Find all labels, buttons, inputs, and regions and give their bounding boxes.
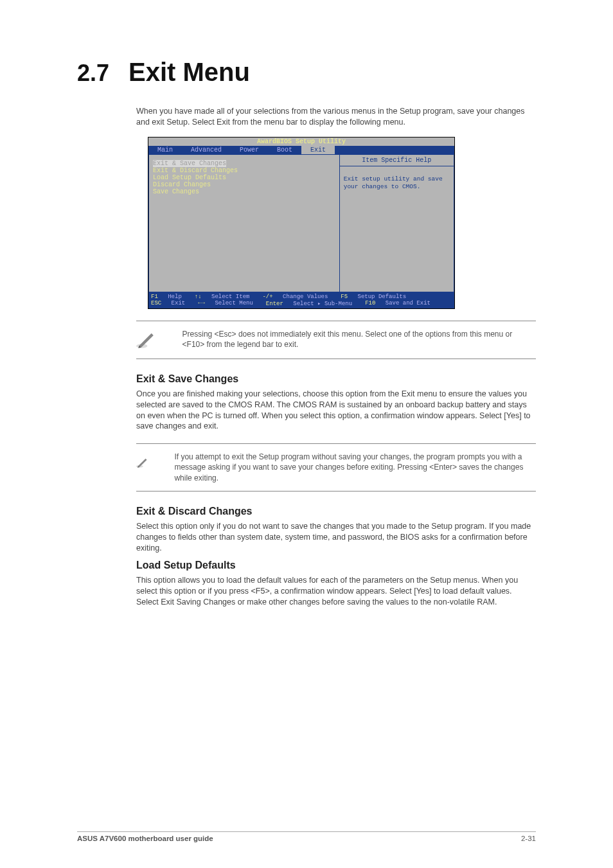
legend-select-item: Select Item bbox=[211, 294, 249, 300]
note-callout-1: Pressing <Esc> does not immediately exit… bbox=[136, 321, 536, 359]
bios-screenshot: AwardBIOS Setup Utility Main Advanced Po… bbox=[148, 137, 455, 309]
menu-save-changes[interactable]: Save Changes bbox=[153, 188, 335, 195]
note-text-1: Pressing <Esc> does not immediately exit… bbox=[182, 329, 536, 350]
menu-load-setup-defaults[interactable]: Load Setup Defaults bbox=[153, 174, 335, 181]
legend-change-values: Change Values bbox=[283, 294, 328, 300]
intro-paragraph: When you have made all of your selection… bbox=[136, 106, 536, 128]
legend-setup-defaults: Setup Defaults bbox=[358, 294, 407, 300]
key-plusminus: -/+ bbox=[262, 294, 272, 300]
legend-select-menu: Select Menu bbox=[215, 300, 253, 306]
subheading-exit-discard: Exit & Discard Changes bbox=[136, 506, 536, 517]
legend-save-and-exit: Save and Exit bbox=[386, 300, 431, 306]
bios-footer-legend: F1 Help ↑↓ Select Item -/+ Change Values… bbox=[148, 292, 454, 308]
note-text-2: If you attempt to exit the Setup program… bbox=[174, 452, 536, 483]
note-pen-icon bbox=[136, 452, 148, 474]
section-title: Exit Menu bbox=[129, 58, 250, 87]
footer-page-number: 2-31 bbox=[521, 835, 536, 842]
bios-window-title: AwardBIOS Setup Utility bbox=[148, 137, 454, 146]
section-number: 2.7 bbox=[77, 60, 109, 87]
tab-power[interactable]: Power bbox=[231, 146, 268, 154]
key-updown: ↑↓ bbox=[195, 294, 202, 300]
body-exit-discard: Select this option only if you do not wa… bbox=[136, 521, 536, 554]
legend-select-submenu: Select ▸ Sub-Menu bbox=[293, 301, 352, 307]
legend-help: Help bbox=[168, 294, 182, 300]
bios-help-title: Item Specific Help bbox=[340, 155, 454, 166]
menu-exit-discard-changes[interactable]: Exit & Discard Changes bbox=[153, 167, 335, 174]
note-pen-icon bbox=[136, 329, 157, 351]
key-f1: F1 bbox=[151, 294, 158, 300]
tab-advanced[interactable]: Advanced bbox=[182, 146, 231, 154]
body-exit-save: Once you are finished making your select… bbox=[136, 389, 536, 432]
menu-discard-changes[interactable]: Discard Changes bbox=[153, 181, 335, 188]
subheading-exit-save: Exit & Save Changes bbox=[136, 373, 536, 385]
subheading-load-defaults: Load Setup Defaults bbox=[136, 560, 536, 571]
bios-tab-bar: Main Advanced Power Boot Exit bbox=[148, 146, 454, 154]
footer-doc-title: ASUS A7V600 motherboard user guide bbox=[77, 835, 213, 842]
page-footer: ASUS A7V600 motherboard user guide 2-31 bbox=[77, 831, 536, 842]
bios-menu-panel: Exit & Save Changes Exit & Discard Chang… bbox=[148, 154, 339, 292]
bios-help-body: Exit setup utility and save your changes… bbox=[340, 166, 454, 200]
body-load-defaults: This option allows you to load the defau… bbox=[136, 575, 536, 608]
key-f5: F5 bbox=[341, 294, 348, 300]
note-callout-2: If you attempt to exit the Setup program… bbox=[136, 443, 536, 492]
tab-main[interactable]: Main bbox=[148, 146, 182, 154]
legend-exit: Exit bbox=[172, 300, 186, 306]
key-esc: ESC bbox=[151, 300, 161, 306]
key-f10: F10 bbox=[365, 300, 375, 306]
key-leftright: ←→ bbox=[198, 300, 205, 306]
menu-exit-save-changes[interactable]: Exit & Save Changes bbox=[153, 160, 226, 167]
tab-exit[interactable]: Exit bbox=[301, 146, 335, 154]
bios-help-panel: Item Specific Help Exit setup utility an… bbox=[339, 154, 454, 292]
key-enter: Enter bbox=[266, 301, 283, 307]
tab-boot[interactable]: Boot bbox=[268, 146, 301, 154]
